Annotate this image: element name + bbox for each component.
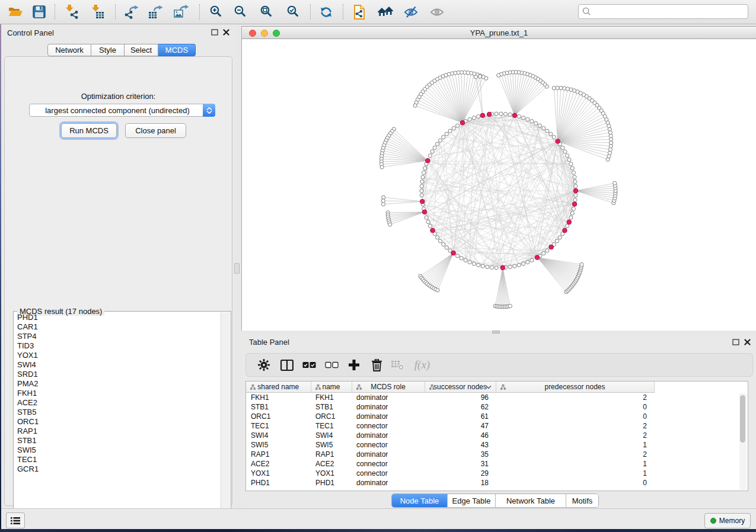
- close-panel-icon[interactable]: [222, 28, 230, 36]
- table-row[interactable]: STB1STB1dominator620: [246, 402, 748, 412]
- float-table-panel-icon[interactable]: [732, 338, 739, 345]
- tab-style[interactable]: Style: [91, 44, 125, 56]
- mcds-result-item[interactable]: STB1: [14, 436, 221, 446]
- table-settings-icon[interactable]: [255, 358, 273, 372]
- export-image-icon[interactable]: [171, 2, 192, 22]
- export-network-icon[interactable]: [121, 2, 142, 22]
- mcds-node[interactable]: [556, 139, 560, 144]
- zoom-in-icon[interactable]: [206, 2, 227, 22]
- zoom-out-icon[interactable]: [230, 2, 251, 22]
- close-table-panel-icon[interactable]: [744, 338, 751, 345]
- show-task-history-button[interactable]: [6, 512, 25, 528]
- show-column-panel-icon[interactable]: [278, 358, 296, 372]
- export-table-icon[interactable]: [145, 2, 167, 22]
- tab-motifs[interactable]: Motifs: [566, 494, 598, 507]
- tab-network[interactable]: Network: [47, 44, 91, 56]
- zoom-fit-icon[interactable]: [256, 2, 277, 22]
- run-mcds-button[interactable]: Run MCDS: [61, 123, 117, 138]
- mcds-result-item[interactable]: SWI5: [14, 446, 221, 455]
- table-row[interactable]: SWI4SWI4dominator462: [246, 431, 748, 440]
- network-window-titlebar[interactable]: YPA_prune.txt_1: [242, 26, 756, 39]
- mcds-node[interactable]: [567, 220, 572, 225]
- import-table-icon[interactable]: [88, 2, 109, 22]
- mcds-node[interactable]: [480, 113, 485, 118]
- first-neighbors-icon[interactable]: [375, 2, 396, 22]
- mcds-result-item[interactable]: GCR1: [14, 464, 221, 474]
- tab-select[interactable]: Select: [125, 44, 158, 56]
- mcds-node[interactable]: [487, 112, 492, 117]
- mcds-node[interactable]: [573, 188, 578, 193]
- table-scrollbar-thumb[interactable]: [740, 395, 745, 443]
- table-row[interactable]: SWI5SWI5connector431: [246, 440, 748, 450]
- mcds-node[interactable]: [549, 245, 554, 249]
- mcds-node[interactable]: [563, 228, 567, 233]
- network-graph[interactable]: [242, 39, 756, 331]
- open-file-icon[interactable]: [5, 2, 26, 22]
- list-icon: [10, 517, 21, 525]
- mcds-result-item[interactable]: RAP1: [14, 427, 221, 436]
- mcds-result-item[interactable]: SRD1: [14, 370, 221, 379]
- mcds-result-item[interactable]: STP4: [14, 332, 221, 341]
- new-network-from-selection-icon[interactable]: [349, 2, 370, 22]
- show-all-icon[interactable]: [426, 2, 448, 22]
- table-row[interactable]: YOX1YOX1connector291: [246, 469, 748, 478]
- mcds-node[interactable]: [426, 158, 430, 163]
- table-scrollbar[interactable]: [739, 393, 747, 490]
- column-header-successor-nodes[interactable]: successor nodes: [425, 382, 496, 393]
- mcds-node[interactable]: [500, 265, 505, 270]
- mcds-result-item[interactable]: SWI4: [14, 360, 221, 370]
- mcds-result-item[interactable]: CAR1: [14, 322, 221, 332]
- float-window-icon[interactable]: [210, 28, 218, 36]
- mcds-node[interactable]: [460, 120, 465, 125]
- search-input[interactable]: [594, 7, 744, 17]
- mcds-result-item[interactable]: STB5: [14, 408, 221, 417]
- mcds-result-item[interactable]: PHD1: [14, 313, 221, 322]
- save-session-icon[interactable]: [28, 2, 50, 22]
- import-network-icon[interactable]: [62, 2, 83, 22]
- split-pane-grip[interactable]: [234, 263, 240, 274]
- tab-network-table[interactable]: Network Table: [495, 494, 566, 507]
- delete-column-icon[interactable]: [368, 358, 385, 372]
- apply-layout-icon[interactable]: [315, 2, 337, 22]
- table-row[interactable]: PHD1PHD1dominator180: [246, 478, 748, 488]
- mcds-node[interactable]: [572, 202, 577, 207]
- mcds-result-item[interactable]: PMA2: [14, 379, 221, 389]
- create-column-icon[interactable]: [345, 358, 363, 372]
- tab-node-table[interactable]: Node Table: [392, 494, 447, 507]
- hide-selected-icon[interactable]: [400, 2, 422, 22]
- network-canvas[interactable]: [242, 39, 756, 331]
- mcds-node[interactable]: [430, 228, 435, 233]
- table-row[interactable]: FKH1FKH1dominator962: [246, 393, 748, 403]
- zoom-selected-icon[interactable]: [283, 2, 304, 22]
- table-row[interactable]: TEC1TEC1connector472: [246, 421, 748, 431]
- mcds-node[interactable]: [535, 255, 540, 260]
- mcds-result-item[interactable]: ACE2: [14, 398, 221, 408]
- mcds-node[interactable]: [420, 199, 425, 204]
- tree-icon: [356, 384, 362, 390]
- column-header-shared-name[interactable]: shared name: [246, 382, 311, 393]
- mcds-result-scrollbar[interactable]: [221, 312, 230, 528]
- column-header-name[interactable]: name: [311, 382, 352, 393]
- mcds-node[interactable]: [512, 113, 517, 118]
- close-panel-button[interactable]: Close panel: [125, 123, 186, 138]
- table-row[interactable]: ORC1ORC1dominator610: [246, 412, 748, 421]
- split-pane-grip-horizontal[interactable]: [492, 331, 500, 334]
- mcds-node[interactable]: [451, 251, 456, 255]
- mcds-node[interactable]: [422, 210, 427, 214]
- mcds-result-item[interactable]: TID3: [14, 341, 221, 351]
- tab-edge-table[interactable]: Edge Table: [447, 494, 495, 507]
- column-header-predecessor-nodes[interactable]: predecessor nodes: [496, 382, 654, 393]
- mcds-result-list[interactable]: PHD1CAR1STP4TID3YOX1SWI4SRD1PMA2FKH1ACE2…: [14, 313, 221, 528]
- mcds-result-item[interactable]: FKH1: [14, 389, 221, 398]
- deselect-all-columns-icon[interactable]: [323, 358, 340, 372]
- mcds-result-item[interactable]: TEC1: [14, 455, 221, 464]
- mcds-result-item[interactable]: ORC1: [14, 417, 221, 427]
- mcds-result-item[interactable]: YOX1: [14, 351, 221, 360]
- select-all-columns-icon[interactable]: [300, 358, 318, 372]
- column-header-mcds-role[interactable]: MCDS role: [352, 382, 425, 393]
- optimization-criterion-select[interactable]: largest connected component (undirected): [29, 104, 215, 117]
- table-row[interactable]: RAP1RAP1dominator352: [246, 450, 748, 459]
- table-row[interactable]: ACE2ACE2connector311: [246, 459, 748, 469]
- tab-mcds[interactable]: MCDS: [158, 44, 196, 56]
- memory-button[interactable]: Memory: [704, 513, 751, 528]
